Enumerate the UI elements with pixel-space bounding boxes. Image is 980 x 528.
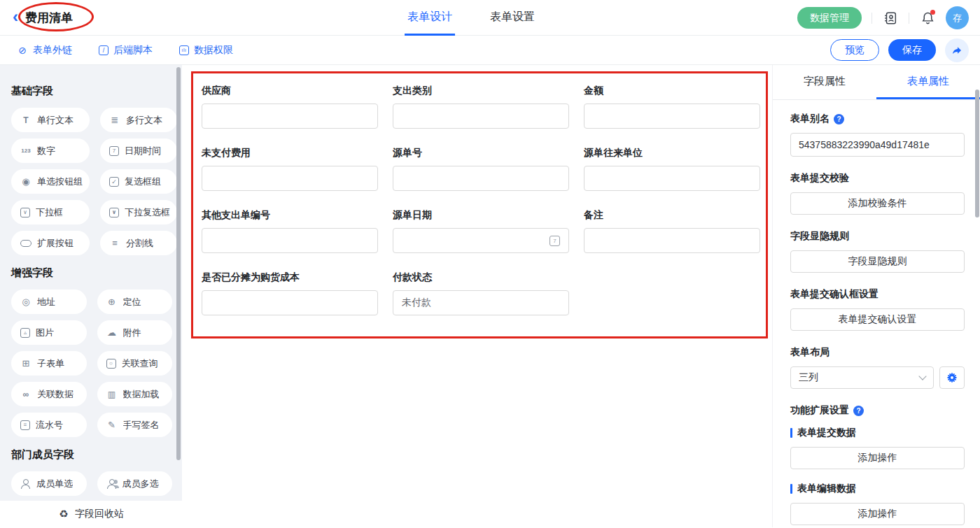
section-title: 基础字段 xyxy=(11,85,172,98)
tab-field-properties[interactable]: 字段属性 xyxy=(773,65,876,99)
field-label: 供应商 xyxy=(202,85,378,97)
linked-data-icon xyxy=(20,389,31,400)
edit-data-group-label: 表单编辑数据 xyxy=(790,483,965,495)
canvas-field[interactable]: 金额 xyxy=(584,85,760,129)
field-label: 其他支出单编号 xyxy=(202,209,378,222)
canvas-field[interactable]: 备注 xyxy=(584,209,760,253)
preview-button[interactable]: 预览 xyxy=(830,39,879,61)
field-input[interactable] xyxy=(393,166,569,191)
field-input[interactable] xyxy=(584,104,760,129)
data-manage-button[interactable]: 数据管理 xyxy=(797,7,862,29)
divider xyxy=(872,13,872,24)
canvas-field[interactable]: 源单往来单位 xyxy=(584,147,760,191)
calendar-icon xyxy=(109,146,119,156)
field-label: 源单往来单位 xyxy=(584,147,760,159)
field-label: 源单号 xyxy=(393,147,569,159)
help-icon[interactable] xyxy=(834,114,844,124)
field-type-item[interactable]: 成员多选 xyxy=(97,471,173,496)
canvas-field[interactable]: 付款状态 未付款 xyxy=(393,271,569,315)
panel-scrollbar[interactable] xyxy=(975,90,979,217)
user-icon xyxy=(20,479,31,489)
field-label: 付款状态 xyxy=(393,271,569,284)
extension-settings-label: 功能扩展设置 xyxy=(790,404,965,417)
back-icon[interactable]: ‹ xyxy=(13,8,18,25)
field-type-item[interactable]: 数据加载 xyxy=(97,382,173,406)
field-label: 备注 xyxy=(584,209,760,222)
tab-form-design[interactable]: 表单设计 xyxy=(405,0,455,36)
field-input[interactable] xyxy=(584,228,760,253)
form-canvas[interactable]: 供应商 支出类别 金额 未支付费用 源单号 源单往来单位 其他支出单编号 源单日… xyxy=(182,65,772,527)
backend-script-button[interactable]: 后端脚本 xyxy=(99,44,153,57)
lookup-icon xyxy=(106,359,116,369)
page-title: 费用清单 xyxy=(25,10,73,26)
field-type-item[interactable]: 单行文本 xyxy=(11,108,90,132)
canvas-field[interactable]: 供应商 xyxy=(202,85,378,129)
field-type-item[interactable]: 定位 xyxy=(97,290,173,314)
field-type-item[interactable]: 附件 xyxy=(97,320,173,345)
tab-form-settings[interactable]: 表单设置 xyxy=(487,0,538,36)
field-type-item[interactable]: 地址 xyxy=(11,290,87,314)
field-type-item[interactable]: 下拉框 xyxy=(11,200,90,224)
field-type-item[interactable]: 单选按钮组 xyxy=(11,169,90,194)
field-type-item[interactable]: 成员单选 xyxy=(11,471,87,496)
canvas-field[interactable]: 支出类别 xyxy=(393,85,569,129)
visibility-rules-button[interactable]: 字段显隐规则 xyxy=(790,250,965,273)
field-label: 源单日期 xyxy=(393,209,569,222)
field-type-item[interactable]: 日期时间 xyxy=(100,138,177,163)
field-type-item[interactable]: 图片 xyxy=(11,320,87,345)
field-type-item[interactable]: 数字 xyxy=(11,138,90,163)
canvas-field[interactable]: 是否已分摊为购货成本 xyxy=(202,271,378,315)
field-input[interactable]: 7 xyxy=(393,228,569,253)
form-alias-input[interactable]: 54375883223990a49d17481e xyxy=(790,133,965,157)
save-button[interactable]: 保存 xyxy=(888,39,936,61)
submit-confirm-label: 表单提交确认框设置 xyxy=(790,288,965,301)
data-permission-button[interactable]: 数据权限 xyxy=(179,44,233,57)
field-type-item[interactable]: 子表单 xyxy=(11,351,87,376)
address-icon xyxy=(20,297,31,308)
canvas-field[interactable]: 未支付费用 xyxy=(202,147,378,191)
layout-gear-button[interactable] xyxy=(939,366,965,389)
layout-select[interactable]: 三列 xyxy=(790,366,934,389)
help-icon[interactable] xyxy=(853,406,864,416)
share-icon[interactable] xyxy=(945,38,969,62)
canvas-field[interactable]: 源单日期 7 xyxy=(393,209,569,253)
calendar-icon: 7 xyxy=(550,236,560,246)
field-type-item[interactable]: 下拉复选框 xyxy=(100,200,177,224)
avatar[interactable]: 存 xyxy=(946,6,969,29)
field-type-item[interactable]: 关联数据 xyxy=(11,382,87,406)
field-type-item[interactable]: 扩展按钮 xyxy=(11,231,90,255)
subform-icon xyxy=(20,358,31,369)
field-label: 金额 xyxy=(584,85,760,97)
field-type-item[interactable]: 复选框组 xyxy=(100,169,177,194)
field-input[interactable] xyxy=(584,166,760,191)
field-type-item[interactable]: 关联查询 xyxy=(97,351,173,376)
canvas-field[interactable]: 源单号 xyxy=(393,147,569,191)
field-type-item[interactable]: 多行文本 xyxy=(100,108,177,132)
field-type-item[interactable]: 手写签名 xyxy=(97,413,173,437)
field-type-item[interactable]: 流水号 xyxy=(11,413,87,437)
field-input[interactable] xyxy=(202,104,378,129)
field-type-item[interactable]: 分割线 xyxy=(100,231,177,255)
add-validation-button[interactable]: 添加校验条件 xyxy=(790,192,965,215)
field-input[interactable] xyxy=(202,290,378,315)
field-input[interactable] xyxy=(202,166,378,191)
locate-icon xyxy=(106,297,118,308)
external-link-icon xyxy=(17,45,28,56)
add-action-button-submit[interactable]: 添加操作 xyxy=(790,447,965,469)
form-layout-label: 表单布局 xyxy=(790,346,965,359)
form-grid: 供应商 支出类别 金额 未支付费用 源单号 源单往来单位 其他支出单编号 源单日… xyxy=(202,85,760,315)
external-link-button[interactable]: 表单外链 xyxy=(17,44,72,57)
field-input[interactable] xyxy=(393,104,569,129)
contacts-icon[interactable] xyxy=(882,10,899,27)
tab-form-properties[interactable]: 表单属性 xyxy=(876,65,980,99)
field-recycle-bin-button[interactable]: 字段回收站 xyxy=(0,501,182,527)
canvas-field[interactable]: 其他支出单编号 xyxy=(202,209,378,253)
submit-confirm-button[interactable]: 表单提交确认设置 xyxy=(790,308,965,331)
sidebar-scrollbar[interactable] xyxy=(176,67,181,460)
field-input[interactable]: 未付款 xyxy=(393,290,569,315)
field-input[interactable] xyxy=(202,228,378,253)
bell-icon[interactable] xyxy=(919,10,936,27)
users-icon xyxy=(106,479,117,489)
add-action-button-edit[interactable]: 添加操作 xyxy=(790,503,965,525)
header-tabs: 表单设计 表单设置 xyxy=(405,0,538,36)
